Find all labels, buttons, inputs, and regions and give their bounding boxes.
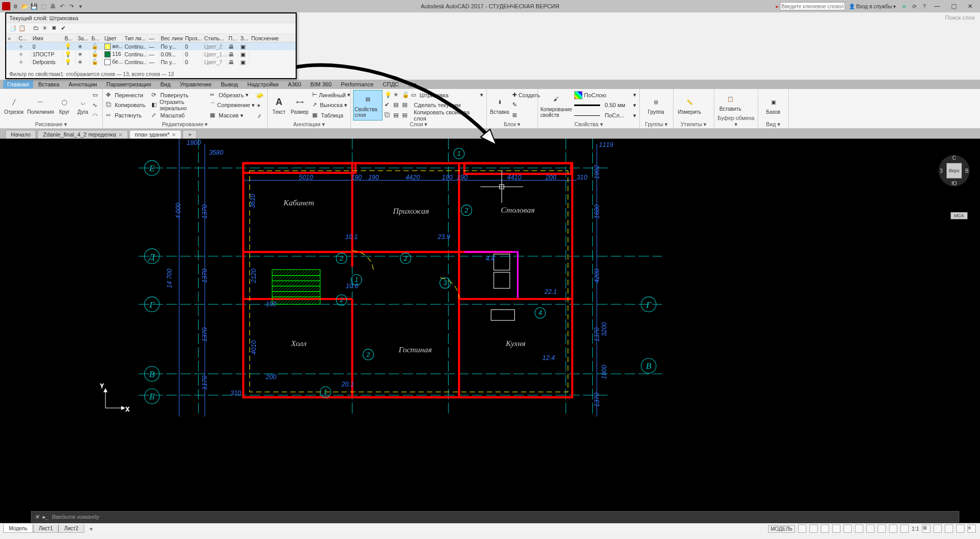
table-button[interactable]: ▦Таблица	[311, 111, 348, 120]
command-line[interactable]: ✕ ▸_ Введите команду	[31, 511, 959, 522]
copy-button[interactable]: ⿻Копировать	[105, 100, 149, 110]
view-cube[interactable]: С Ю В З Верх	[939, 155, 970, 186]
rotate-button[interactable]: ⟳Повернуть	[150, 91, 208, 100]
erase-icon[interactable]: 🧽	[256, 92, 265, 99]
app-logo-icon[interactable]	[2, 2, 10, 10]
viewcube-north[interactable]: С	[952, 155, 956, 161]
layout-tab[interactable]: Лист1	[33, 525, 58, 533]
undo-icon[interactable]: ↶	[58, 2, 66, 10]
insert-button[interactable]: ⬇Вставка	[489, 90, 510, 121]
text-button[interactable]: AТекст	[270, 90, 288, 121]
layer-search-hint[interactable]: Поиск слоя	[945, 14, 975, 21]
edit-block-icon[interactable]: ✎	[511, 100, 537, 110]
move-button[interactable]: ✥Перенести	[105, 91, 149, 100]
leader-button[interactable]: ↗Выноска ▾	[311, 100, 348, 110]
ortho-toggle-icon[interactable]	[821, 525, 829, 533]
ribbon-appearance-button[interactable]: ▢▾	[404, 80, 421, 89]
block-attr-icon[interactable]: ⊞	[511, 111, 537, 120]
stretch-button[interactable]: ⇿Растянуть	[105, 111, 149, 120]
search-input[interactable]	[780, 2, 845, 10]
print-icon[interactable]: 🖶	[49, 2, 57, 10]
spline-icon[interactable]: ∿	[93, 102, 100, 109]
layer-row[interactable]: ✧Defpoints💡☀🔓 бе...Continu...—По у...0Цв…	[6, 58, 296, 66]
scale-button[interactable]: ⤢Масштаб	[150, 111, 208, 120]
open-icon[interactable]: 📂	[21, 2, 29, 10]
document-tab[interactable]: план здания*✕	[129, 130, 181, 139]
fillet-button[interactable]: ⌒Сопряжение ▾	[209, 100, 255, 110]
ann-icon[interactable]	[900, 525, 909, 533]
drawing-canvas[interactable]: Е Д Г В Б Г В 1 2 2 2 2 1 3 4 2 1 Кабине…	[0, 139, 980, 523]
line-button[interactable]: ╱Отрезок	[2, 90, 25, 121]
add-layout-button[interactable]: +	[84, 524, 99, 534]
transparency-icon[interactable]	[878, 525, 886, 533]
offset-icon[interactable]: ⫽	[256, 113, 265, 119]
menu-tab[interactable]: Надстройки	[243, 80, 283, 88]
window-maximize[interactable]: ▢	[946, 1, 961, 11]
array-button[interactable]: ▦Массив ▾	[209, 111, 255, 120]
snap-toggle-icon[interactable]	[809, 525, 818, 533]
menu-tab[interactable]: Аннотации	[65, 80, 101, 88]
polar-toggle-icon[interactable]	[832, 525, 840, 533]
lp-filter-icon[interactable]: 🗀	[33, 25, 40, 32]
menu-tab[interactable]: A360	[284, 80, 305, 88]
tab-close-icon[interactable]: ✕	[172, 132, 176, 138]
layout-tab[interactable]: Модель	[3, 525, 33, 533]
layer-row[interactable]: ✧1ПОСТР💡☀🔓 116Continu...—0.09...0Цвет_1.…	[6, 50, 296, 58]
exchange-icon[interactable]: ✕	[899, 1, 909, 11]
measure-button[interactable]: 📏Измерить	[676, 90, 703, 121]
window-close[interactable]: ✕	[962, 1, 978, 11]
baseview-button[interactable]: ▣Базов	[760, 90, 786, 121]
make-current-button[interactable]: ✔▤▤ Сделать текущим	[384, 100, 484, 110]
ellipse-icon[interactable]: ◠	[93, 112, 100, 119]
a360-icon[interactable]: ⟳	[910, 1, 919, 11]
layer-properties-panel[interactable]: Текущий слой: Штриховка 📑 📋 🗀 ✳ ✖ ✔ » С.…	[5, 12, 297, 79]
menu-tab[interactable]: Главная	[3, 80, 33, 88]
otrack-toggle-icon[interactable]	[855, 525, 863, 533]
scale-label[interactable]: 1:1	[912, 526, 919, 532]
layer-dropdown[interactable]: 💡☀🔓▭Штриховка▾	[384, 91, 484, 100]
menu-tab[interactable]: Вставка	[34, 80, 64, 88]
trim-button[interactable]: ✂Обрезать ▾	[209, 91, 255, 100]
dimension-button[interactable]: ⟷Размер	[289, 90, 310, 121]
lp-new-icon[interactable]: ✳	[42, 25, 50, 32]
gear-icon[interactable]: ⚙	[922, 525, 930, 533]
copy-layer-props-button[interactable]: ⿻▤▤ Копировать свойства слоя	[384, 111, 484, 120]
document-tab[interactable]: Zdanie_final_4_2 переделка✕	[37, 130, 128, 139]
layout-tab[interactable]: Лист2	[58, 525, 84, 533]
grid-toggle-icon[interactable]	[798, 525, 806, 533]
tab-close-icon[interactable]: ✕	[118, 132, 122, 138]
customize-icon[interactable]: ≡	[968, 525, 976, 533]
lp-delete-icon[interactable]: ✖	[52, 25, 59, 32]
qat-more-icon[interactable]: ▾	[76, 2, 85, 10]
lp-tool-icon[interactable]: 📋	[19, 25, 26, 32]
ucs-label[interactable]: МСК	[951, 212, 968, 219]
arc-button[interactable]: ◡Дуга	[74, 90, 91, 121]
hardware-icon[interactable]	[945, 525, 953, 533]
menu-tab[interactable]: BIM 360	[307, 80, 336, 88]
saveas-icon[interactable]: ⬚	[39, 2, 48, 10]
menu-tab[interactable]: Управление	[176, 80, 216, 88]
window-minimize[interactable]: —	[929, 1, 945, 11]
explode-icon[interactable]: ✴	[256, 102, 265, 109]
color-dropdown[interactable]: ПоСлою▾	[573, 91, 637, 100]
help-icon[interactable]: ?	[920, 1, 928, 11]
lwt-toggle-icon[interactable]	[866, 525, 875, 533]
viewcube-top[interactable]: Верх	[946, 163, 962, 178]
drawing-svg[interactable]: Е Д Г В Б Г В 1 2 2 2 2 1 3 4 2 1 Кабине…	[0, 139, 980, 523]
match-props-button[interactable]: 🖌Копирование свойств	[540, 90, 572, 121]
group-button[interactable]: ⊞Группа	[642, 90, 670, 121]
mirror-button[interactable]: ◧Отразить зеркально	[150, 100, 208, 110]
circle-button[interactable]: ◯Круг	[55, 90, 73, 121]
layer-row[interactable]: ✧0💡☀🔓 же...Continu...—По у...0Цвет_2🖶▣	[6, 42, 296, 50]
new-icon[interactable]: 🗎	[11, 2, 20, 10]
cmd-close-icon[interactable]: ✕	[35, 514, 39, 520]
workspace-icon[interactable]	[933, 525, 942, 533]
menu-tab[interactable]: Вывод	[217, 80, 242, 88]
model-button[interactable]: МОДЕЛЬ	[768, 525, 795, 533]
osnap-toggle-icon[interactable]	[844, 525, 852, 533]
layer-properties-button[interactable]: ▤Свойства слоя	[353, 90, 382, 121]
qc-icon[interactable]	[889, 525, 897, 533]
lineweight-dropdown[interactable]: 0.50 мм▾	[573, 100, 637, 110]
signin-button[interactable]: 👤 Вход в службы ▾	[846, 1, 899, 11]
viewcube-east[interactable]: В	[965, 168, 969, 174]
